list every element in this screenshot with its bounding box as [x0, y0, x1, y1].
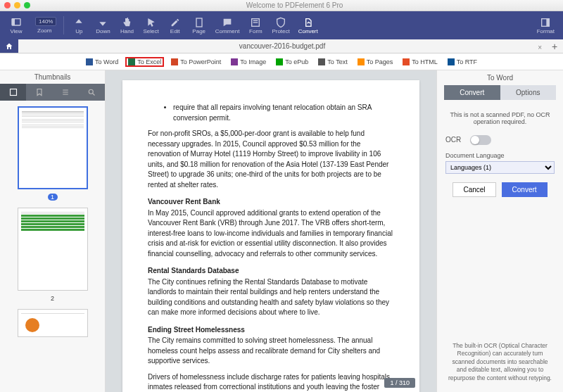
doc-h1: Vancouver Rent Bank [148, 197, 394, 208]
home-tab[interactable] [0, 39, 18, 53]
ocr-label: OCR [445, 136, 461, 144]
doc-h2: Rental Standards Database [148, 266, 394, 277]
thumbnail-page-3[interactable] [18, 309, 88, 337]
svg-rect-4 [253, 20, 258, 20]
zoom-window-button[interactable] [24, 2, 30, 8]
svg-rect-9 [128, 58, 135, 65]
to-word-label: To Word [95, 58, 118, 65]
cancel-button[interactable]: Cancel [453, 182, 495, 197]
thumbnail-page-2[interactable] [18, 208, 88, 291]
hand-label: Hand [120, 28, 134, 34]
svg-rect-1 [12, 18, 15, 25]
bookmarks-mode-button[interactable] [26, 84, 52, 101]
scan-note: This is not a scanned PDF, no OCR operat… [445, 111, 555, 125]
svg-point-18 [89, 89, 94, 94]
thumbnails-mode-button[interactable] [0, 84, 26, 101]
comment-label: Comment [215, 28, 240, 34]
svg-rect-13 [318, 58, 325, 65]
svg-rect-2 [196, 18, 202, 27]
thumbnail-page-1[interactable] [18, 106, 88, 189]
page-up-button[interactable]: Up [67, 15, 91, 36]
to-epub-label: To ePub [285, 58, 308, 65]
close-window-button[interactable] [4, 2, 11, 8]
view-button[interactable]: View [4, 15, 28, 36]
svg-rect-15 [403, 58, 410, 65]
side-tab-options[interactable]: Options [500, 85, 557, 100]
doc-language-select[interactable]: Languages (1) [445, 161, 555, 174]
ocr-footer-note: The built-in OCR (Optical Character Reco… [437, 335, 563, 392]
form-button[interactable]: Form [243, 15, 267, 36]
add-tab-button[interactable]: + [546, 41, 563, 52]
doc-bullet: require that all repairs involving tenan… [173, 103, 394, 123]
thumbnails-panel: Thumbnails 1 2 [0, 70, 106, 392]
outline-mode-button[interactable] [53, 84, 79, 101]
svg-rect-5 [253, 22, 258, 23]
to-pages-label: To Pages [367, 58, 393, 65]
doc-p3: The City continues refining the Rental S… [148, 277, 394, 318]
thumbnails-mode-bar [0, 84, 105, 101]
to-html-button[interactable]: To HTML [400, 57, 441, 67]
to-excel-label: To Excel [137, 58, 161, 65]
view-label: View [10, 28, 22, 34]
zoom-control[interactable]: 140% Zoom [28, 15, 61, 35]
format-button[interactable]: Format [533, 15, 559, 36]
convert-action-button[interactable]: Convert [502, 182, 548, 197]
zoom-value[interactable]: 140% [35, 17, 56, 26]
to-html-label: To HTML [412, 58, 438, 65]
page-button[interactable]: Page [187, 15, 211, 36]
document-viewer[interactable]: require that all repairs involving tenan… [106, 70, 436, 392]
convert-label: Convert [298, 28, 318, 34]
format-label: Format [537, 28, 555, 34]
doc-p5: Drivers of homelessness include discharg… [148, 372, 394, 393]
protect-button[interactable]: Protect [267, 15, 293, 36]
to-powerpoint-button[interactable]: To PowerPoint [168, 57, 224, 67]
to-pages-button[interactable]: To Pages [355, 57, 396, 67]
edit-label: Edit [170, 28, 180, 34]
thumbnails-title: Thumbnails [0, 70, 105, 84]
svg-rect-11 [231, 58, 238, 65]
edit-button[interactable]: Edit [163, 15, 187, 36]
minimize-window-button[interactable] [14, 2, 20, 8]
to-ppt-label: To PowerPoint [180, 58, 221, 65]
to-word-button[interactable]: To Word [83, 57, 121, 67]
to-excel-button[interactable]: To Excel [125, 57, 164, 67]
to-text-label: To Text [327, 58, 347, 65]
document-page: require that all repairs involving tenan… [122, 80, 419, 392]
convert-format-bar: To Word To Excel To PowerPoint To Image … [0, 53, 563, 70]
to-rtf-button[interactable]: To RTF [445, 57, 480, 67]
page-label: Page [192, 28, 205, 34]
page-down-button[interactable]: Down [91, 15, 115, 36]
ocr-toggle[interactable] [470, 135, 491, 145]
thumbnail-1-number: 1 [48, 194, 58, 201]
search-mode-button[interactable] [79, 84, 105, 101]
to-text-button[interactable]: To Text [315, 57, 350, 67]
side-tab-convert[interactable]: Convert [444, 85, 500, 100]
select-tool-button[interactable]: Select [139, 15, 163, 36]
svg-rect-14 [358, 58, 365, 65]
doc-p1: For non-profit SROs, a $5,000-per-door g… [148, 129, 394, 190]
svg-rect-12 [276, 58, 283, 65]
close-tab-button[interactable]: × [538, 44, 542, 51]
window-titlebar: Welcome to PDFelement 6 Pro [0, 0, 563, 11]
document-tab-label: vancouver-2016-budget.pdf [239, 42, 325, 50]
comment-button[interactable]: Comment [211, 15, 244, 36]
form-label: Form [249, 28, 262, 34]
doc-p4: The City remains committed to solving st… [148, 336, 394, 367]
to-image-button[interactable]: To Image [228, 57, 269, 67]
document-tab-bar: vancouver-2016-budget.pdf × + [0, 39, 563, 53]
page-indicator[interactable]: 1 / 310 [384, 378, 415, 388]
hand-tool-button[interactable]: Hand [115, 15, 139, 36]
thumbnails-list[interactable]: 1 2 [0, 101, 105, 392]
to-image-label: To Image [240, 58, 266, 65]
to-epub-button[interactable]: To ePub [273, 57, 311, 67]
side-panel-title: To Word [437, 70, 563, 85]
toolbar-divider [63, 16, 64, 34]
down-label: Down [96, 28, 110, 34]
convert-button[interactable]: Convert [294, 15, 322, 36]
to-rtf-label: To RTF [457, 58, 477, 65]
svg-rect-8 [86, 58, 93, 65]
document-tab[interactable]: vancouver-2016-budget.pdf × [18, 42, 546, 50]
svg-rect-17 [10, 89, 16, 96]
thumbnail-2-number: 2 [6, 295, 99, 302]
select-label: Select [143, 28, 158, 34]
